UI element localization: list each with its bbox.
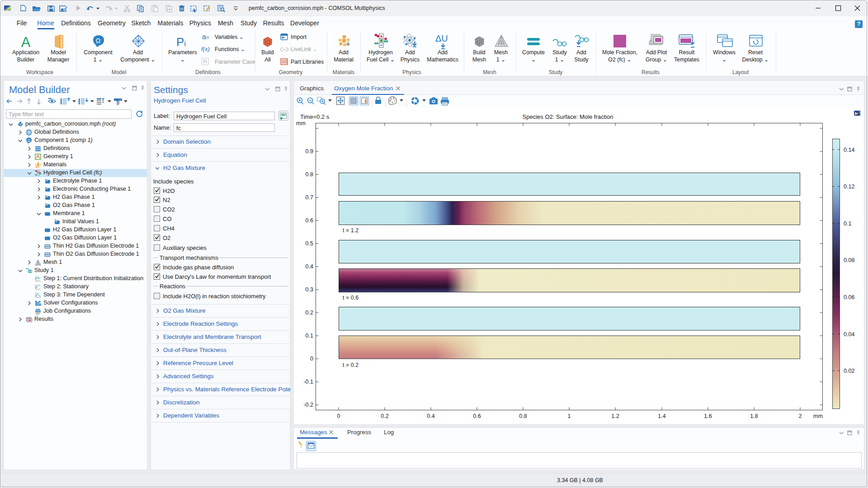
svg-text:Time=0.2 s: Time=0.2 s [300,113,330,120]
svg-text:1.6: 1.6 [704,413,712,419]
svg-text:0.12: 0.12 [844,183,854,190]
svg-text:1: 1 [568,413,571,419]
svg-text:mm: mm [813,413,823,419]
svg-text:0.08: 0.08 [844,257,854,263]
svg-text:Species O2: Surface: Mole frac: Species O2: Surface: Mole fraction [523,113,613,120]
svg-text:0.2: 0.2 [306,310,313,316]
svg-text:0.8: 0.8 [519,413,527,419]
svg-text:0.1: 0.1 [306,333,313,339]
svg-text:0.06: 0.06 [844,294,854,300]
svg-text:0: 0 [337,413,340,419]
svg-text:mm: mm [296,120,306,127]
svg-text:1.2: 1.2 [611,413,619,419]
svg-text:0.8: 0.8 [306,171,313,178]
svg-text:Ω: Ω [28,138,30,143]
svg-text:0: 0 [310,356,313,362]
svg-text:D: D [45,187,47,190]
svg-text:t = 0.6: t = 0.6 [343,295,359,301]
svg-text:D: D [45,195,47,198]
svg-text:0.2: 0.2 [381,413,388,419]
svg-text:0.14: 0.14 [844,147,854,153]
svg-text:-0.1: -0.1 [303,379,313,385]
svg-text:0.3: 0.3 [306,286,313,293]
svg-text:0.04: 0.04 [844,331,854,338]
svg-text:0.1: 0.1 [844,221,851,227]
svg-text:t = 0.2: t = 0.2 [343,362,359,368]
svg-text:D: D [55,219,57,222]
svg-text:t = 1.2: t = 1.2 [343,227,359,234]
svg-text:1.4: 1.4 [658,413,665,419]
svg-text:D: D [45,203,47,206]
svg-text:0.7: 0.7 [306,194,313,201]
svg-text:2: 2 [799,413,802,419]
svg-text:0.5: 0.5 [306,240,313,247]
svg-text:-0.2: -0.2 [303,402,313,408]
svg-text:1.8: 1.8 [750,413,758,419]
svg-text:Ω: Ω [96,37,100,44]
svg-text:0.9: 0.9 [306,148,313,155]
svg-text:0.02: 0.02 [844,368,854,374]
svg-text:0.4: 0.4 [427,413,434,419]
svg-text:0.4: 0.4 [306,263,313,270]
svg-text:0.6: 0.6 [306,217,313,224]
svg-text:D: D [45,178,47,182]
svg-text:0.6: 0.6 [473,413,481,419]
